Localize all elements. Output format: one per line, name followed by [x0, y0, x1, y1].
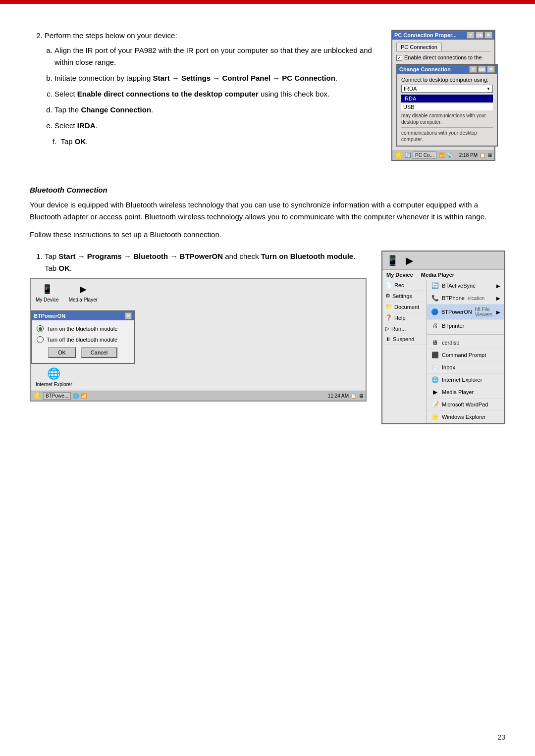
radio-turn-off[interactable] — [37, 336, 44, 343]
radio-turn-on[interactable] — [37, 325, 44, 332]
btpoweron-close-btn[interactable]: ✕ — [125, 312, 132, 319]
menu-btactivesync[interactable]: 🔄 BTActiveSync ▶ — [427, 280, 504, 292]
btpoweron-body: Turn on the bluetooth module Turn off th… — [32, 320, 134, 363]
step-e: Select IRDA. — [54, 120, 376, 132]
step-b-bold: Start → Settings → Control Panel → PC Co… — [153, 74, 335, 82]
windows-explorer-label: Windows Explorer — [442, 414, 486, 420]
enable-direct-checkbox[interactable]: ✓ — [396, 55, 402, 61]
menu-btphone[interactable]: 📞 BTPhone nication ▶ — [427, 292, 504, 304]
radio-turn-off-label: Turn off the bluetooth module — [47, 337, 117, 343]
menu-item-recent[interactable]: 📄 Rec — [382, 280, 427, 291]
bt-taskbar-start[interactable]: 🌟 — [33, 392, 41, 400]
cerdisp-icon: 🖥 — [431, 339, 439, 347]
taskbar-icon2: 📶 — [438, 152, 444, 158]
inbox-label: Inbox — [442, 364, 455, 370]
menu-media-player[interactable]: ▶ Media Player — [427, 386, 504, 399]
pc-window-titlebar: PC Connection Proper... ? OK ✕ — [392, 31, 494, 40]
menu-windows-explorer[interactable]: 🌟 Windows Explorer — [427, 411, 504, 423]
close-button[interactable]: ✕ — [484, 32, 492, 39]
connection-dropdown[interactable]: IRDA ▼ — [401, 85, 493, 93]
change-conn-help[interactable]: ? — [469, 66, 477, 73]
btpoweron-menu-icon: 🔵 — [431, 308, 438, 316]
menu-command-prompt[interactable]: ⬛ Command Prompt — [427, 349, 504, 361]
taskbar-end-icon1: 📋 — [480, 152, 485, 158]
settings-label: Settings — [392, 293, 412, 299]
bt-left-screenshot: 📱 My Device ▶ Media Player BTPowerON ✕ — [30, 278, 367, 402]
help-menu-icon: ❓ — [385, 314, 392, 321]
taskbar-icon1: 🔄 — [405, 152, 411, 158]
menu-wordpad[interactable]: 📝 Microsoft WordPad — [427, 399, 504, 411]
bt-right-screenshot: 📱 ▶ My Device Media Player 📄 — [381, 251, 505, 424]
change-conn-titlebar: Change Connection ? OK ✕ — [397, 65, 497, 74]
help-button[interactable]: ? — [467, 32, 475, 39]
step-d: Tap the Change Connection. — [54, 104, 376, 116]
step-e-bold: IRDA — [77, 121, 96, 130]
change-conn-ok[interactable]: OK — [478, 66, 486, 73]
ok-button[interactable]: OK — [476, 32, 483, 39]
device-topbar-icon1: 📱 — [385, 253, 399, 267]
wordpad-icon: 📝 — [431, 401, 439, 408]
ie-icon-box: 🌐 Internet Explorer — [36, 367, 72, 387]
btphone-label: BTPhone — [442, 295, 465, 301]
menu-inbox[interactable]: 📨 Inbox — [427, 361, 504, 374]
ie-icon-row: 🌐 Internet Explorer — [31, 364, 366, 390]
taskbar-icon3: 📡 — [446, 152, 452, 158]
device-topbar-icon2: ▶ — [402, 253, 416, 267]
main-step-2: Perform the steps below on your device: … — [45, 30, 376, 148]
radio-turn-on-row: Turn on the bluetooth module — [37, 325, 129, 332]
pc-connection-window: PC Connection Proper... ? OK ✕ PC Connec… — [391, 30, 495, 161]
btpoweron-cancel-button[interactable]: Cancel — [81, 347, 117, 358]
bt-taskbar-btn[interactable]: BTPowe... — [43, 392, 71, 400]
irda-option[interactable]: IRDA — [401, 95, 493, 102]
run-label: Run... — [391, 326, 406, 332]
bluetooth-body1: Your device is equipped with Bluetooth w… — [30, 199, 505, 223]
change-connection-window: Change Connection ? OK ✕ Connect to desk… — [396, 64, 498, 147]
menu-item-run[interactable]: ▷ Run... — [382, 323, 427, 334]
menu-btprinter[interactable]: 🖨 BTprinter — [427, 320, 504, 332]
menu-item-help[interactable]: ❓ Help — [382, 312, 427, 323]
dropdown-arrow-icon: ▼ — [486, 87, 490, 91]
recent-icon: 📄 — [385, 282, 392, 288]
step-d-bold: Change Connection — [81, 105, 151, 114]
step-f-container: f. Tap OK. — [53, 136, 376, 148]
inner-text: communications with your desktop compute… — [401, 127, 493, 143]
bt-step1-ok: OK — [58, 264, 70, 272]
taskbar-start-icon[interactable]: 🌟 — [394, 151, 403, 159]
bt-step1-bold1: Start → Programs → Bluetooth → BTPowerON — [58, 252, 223, 260]
menu-btpoweron[interactable]: 🔵 BTPowerON hft File Viewers ▶ — [427, 304, 504, 320]
menu-item-suspend[interactable]: ⏸ Suspend — [382, 334, 427, 345]
btactivesync-arrow: ▶ — [496, 283, 500, 289]
menu-cerdisp[interactable]: 🖥 cerdisp — [427, 337, 504, 349]
media-player-icon: ▶ — [76, 282, 90, 296]
change-conn-close[interactable]: ✕ — [487, 66, 495, 73]
btphone-icon: 📞 — [431, 294, 439, 302]
section2-text: Perform the steps below on your device: … — [30, 30, 376, 161]
btpoweron-ok-button[interactable]: OK — [48, 347, 76, 358]
step-a: Align the IR port of your PA982 with the… — [54, 45, 376, 68]
warning-text: may disable communications with your des… — [401, 112, 493, 125]
menu-item-documents[interactable]: 📁 Document — [382, 302, 427, 312]
bluetooth-body2: Follow these instructions to set up a Bl… — [30, 229, 505, 241]
inbox-icon: 📨 — [431, 363, 439, 371]
pc-tab-connection[interactable]: PC Connection — [396, 43, 442, 51]
taskbar-pc-btn[interactable]: PC Co... — [413, 151, 436, 159]
dropdown-list: IRDA USB — [401, 95, 493, 110]
device-right-menu: 🔄 BTActiveSync ▶ 📞 BTPhone nication ▶ — [427, 280, 504, 423]
menu-item-settings[interactable]: ⚙ Settings — [382, 291, 427, 302]
media-player-menu-icon: ▶ — [431, 388, 439, 396]
btprinter-label: BTprinter — [442, 323, 464, 329]
help-label: Help — [394, 315, 406, 321]
btpoweron-window: BTPowerON ✕ Turn on the bluetooth module — [31, 310, 135, 364]
menu-divider — [427, 334, 504, 335]
radio-turn-on-label: Turn on the bluetooth module — [47, 326, 117, 332]
step-b: Initiate connection by tapping Start → S… — [54, 72, 376, 84]
btprinter-icon: 🖨 — [431, 322, 439, 330]
bt-step1-bold2: Turn on Bluetooth module — [261, 252, 353, 260]
bt-left-taskbar: 🌟 BTPowe... 🌐 📶 11:24 AM 📋 🖥 — [31, 390, 366, 401]
pc-tab-bar: PC Connection — [396, 43, 490, 51]
usb-option[interactable]: USB — [401, 103, 493, 110]
bt-taskbar-icon3: 📋 — [351, 393, 357, 399]
btpoweron-title: BTPowerON — [34, 313, 65, 319]
menu-ie[interactable]: 🌐 Internet Explorer — [427, 374, 504, 386]
bt-taskbar-icon2: 📶 — [81, 393, 87, 399]
